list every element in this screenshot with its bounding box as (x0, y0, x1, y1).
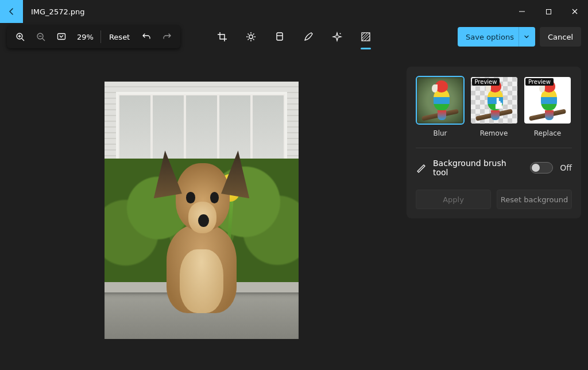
zoom-level: 29% (72, 33, 98, 41)
zoom-in-icon (15, 32, 25, 42)
preview-badge: Preview (472, 78, 500, 86)
zoom-tool-group: 29% Reset (7, 25, 180, 48)
brush-icon (416, 163, 426, 173)
filter-icon (274, 31, 285, 43)
fit-screen-button[interactable] (52, 27, 71, 47)
title-bar: IMG_2572.png (0, 0, 588, 23)
reset-zoom-button[interactable]: Reset (103, 27, 136, 47)
background-icon (360, 31, 372, 43)
cancel-button[interactable]: Cancel (540, 27, 581, 47)
reset-background-button[interactable]: Reset background (497, 190, 572, 209)
reset-bg-label: Reset background (501, 195, 568, 204)
svg-rect-3 (58, 34, 65, 40)
preview-badge: Preview (525, 78, 554, 86)
option-blur[interactable]: Blur (416, 76, 465, 137)
sparkle-icon (331, 31, 343, 43)
crop-tab[interactable] (215, 27, 230, 47)
redo-button[interactable] (157, 27, 177, 47)
svg-point-4 (249, 35, 253, 38)
edit-mode-tabs (215, 27, 373, 47)
background-tab[interactable] (358, 27, 373, 47)
option-replace[interactable]: Preview Replace (523, 76, 572, 137)
cancel-label: Cancel (548, 33, 573, 41)
back-button[interactable] (0, 0, 23, 23)
separator (416, 148, 572, 148)
hand-cursor-icon (494, 98, 503, 109)
save-options-label: Save options (466, 33, 514, 41)
zoom-in-button[interactable] (10, 27, 30, 47)
apply-label: Apply (443, 195, 464, 204)
redo-icon (162, 32, 172, 42)
svg-rect-0 (546, 9, 551, 14)
undo-icon (141, 32, 152, 42)
separator (100, 30, 101, 43)
brush-tool-state: Off (560, 163, 572, 172)
close-button[interactable] (562, 0, 588, 23)
brush-tool-label: Background brush tool (433, 159, 523, 177)
option-blur-label: Blur (433, 129, 447, 137)
minimize-icon (519, 8, 525, 15)
toolbar: 29% Reset (0, 23, 588, 51)
chevron-down-icon (519, 27, 529, 47)
reset-label: Reset (109, 33, 130, 41)
markup-tab[interactable] (301, 27, 316, 47)
file-title: IMG_2572.png (31, 7, 85, 16)
svg-rect-5 (277, 33, 283, 40)
workspace: Blur Preview Remove Preview (0, 51, 588, 370)
background-panel: Blur Preview Remove Preview (407, 67, 581, 218)
close-icon (571, 8, 578, 15)
thumb-blur (416, 76, 465, 125)
thumb-replace: Preview (523, 76, 572, 125)
canvas-area[interactable] (0, 51, 407, 370)
adjust-tab[interactable] (243, 27, 258, 47)
option-remove[interactable]: Preview Remove (470, 76, 519, 137)
option-replace-label: Replace (534, 129, 561, 137)
maximize-button[interactable] (535, 0, 562, 23)
action-buttons: Save options Cancel (458, 27, 581, 47)
undo-button[interactable] (137, 27, 156, 47)
window-controls (509, 0, 588, 23)
thumb-remove: Preview (470, 76, 519, 125)
back-arrow-icon (7, 7, 16, 16)
option-remove-label: Remove (480, 129, 508, 137)
photo-preview (105, 82, 299, 339)
panel-actions: Apply Reset background (416, 190, 572, 209)
brightness-icon (245, 31, 257, 43)
pen-icon (303, 31, 314, 43)
crop-icon (216, 31, 228, 43)
brush-tool-toggle[interactable] (530, 162, 553, 174)
filter-tab[interactable] (272, 27, 287, 47)
brush-tool-row: Background brush tool Off (416, 159, 572, 177)
zoom-out-button[interactable] (31, 27, 51, 47)
minimize-button[interactable] (509, 0, 535, 23)
apply-button[interactable]: Apply (416, 190, 491, 209)
zoom-out-icon (36, 32, 46, 42)
fit-screen-icon (56, 32, 67, 42)
maximize-icon (546, 9, 552, 15)
save-options-button[interactable]: Save options (458, 27, 535, 47)
svg-point-6 (340, 33, 341, 34)
retouch-tab[interactable] (330, 27, 345, 47)
background-options: Blur Preview Remove Preview (416, 76, 572, 137)
